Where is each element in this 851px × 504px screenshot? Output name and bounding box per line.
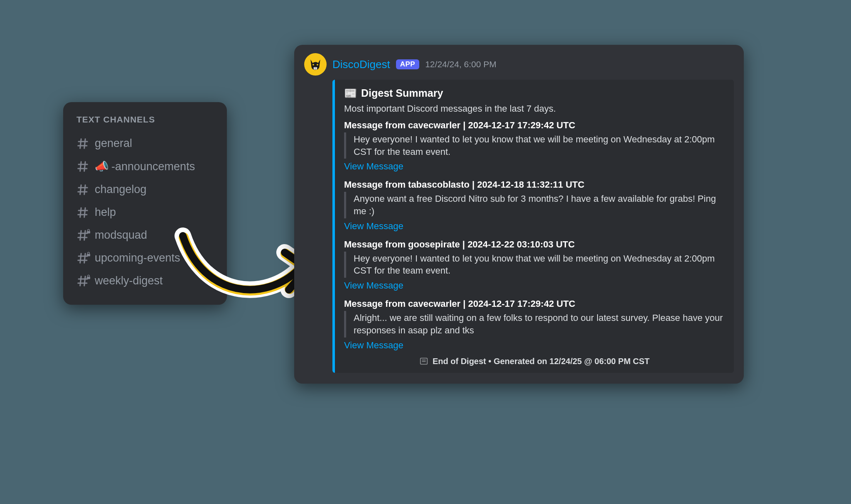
channel-list-panel: TEXT CHANNELS general 📣-announcements ch… [63, 102, 227, 305]
svg-point-5 [317, 64, 318, 66]
channel-name: weekly-digest [95, 274, 163, 287]
hash-icon [76, 160, 89, 173]
view-message-link[interactable]: View Message [344, 161, 725, 172]
cat-avatar-icon [307, 56, 324, 73]
digest-item-head: Message from goosepirate | 2024-12-22 03… [344, 239, 725, 250]
channel-item-changelog[interactable]: changelog [73, 178, 219, 201]
digest-item-head: Message from tabascoblasto | 2024-12-18 … [344, 179, 725, 190]
channel-item-modsquad[interactable]: modsquad [73, 224, 219, 247]
channel-name: upcoming-events [95, 252, 180, 264]
hash-icon [76, 137, 89, 150]
channel-item-upcomingevents[interactable]: upcoming-events [73, 247, 219, 269]
channel-item-weeklydigest[interactable]: weekly-digest [73, 269, 219, 292]
hash-lock-icon [76, 229, 89, 242]
svg-rect-2 [87, 276, 90, 279]
channel-name: modsquad [95, 229, 147, 242]
digest-item-head: Message from cavecwarler | 2024-12-17 17… [344, 120, 725, 131]
digest-item: Message from cavecwarler | 2024-12-17 17… [344, 298, 725, 350]
channel-name: 📣-announcements [95, 160, 195, 173]
channel-name: help [95, 206, 116, 219]
channel-item-announcements[interactable]: 📣-announcements [73, 155, 219, 178]
digest-items: Message from cavecwarler | 2024-12-17 17… [344, 120, 725, 351]
digest-item: Message from cavecwarler | 2024-12-17 17… [344, 120, 725, 172]
digest-item-body: Anyone want a free Discord Nitro sub for… [344, 192, 725, 218]
channel-item-general[interactable]: general [73, 132, 219, 155]
svg-rect-0 [87, 231, 90, 233]
embed-title: 📰 Digest Summary [344, 87, 725, 99]
digest-item-body: Alright... we are still waiting on a few… [344, 311, 725, 337]
digest-embed: 📰 Digest Summary Most important Discord … [332, 80, 734, 373]
app-badge: APP [396, 59, 419, 69]
bot-username[interactable]: DiscoDigest [332, 58, 390, 71]
newspaper-small-icon [419, 357, 428, 366]
message-timestamp: 12/24/24, 6:00 PM [425, 59, 497, 69]
megaphone-icon: 📣 [95, 160, 109, 173]
bot-avatar[interactable] [304, 53, 327, 76]
hash-lock-icon [76, 252, 89, 264]
message-header: DiscoDigest APP 12/24/24, 6:00 PM [304, 53, 734, 76]
embed-footer-text: End of Digest • Generated on 12/24/25 @ … [433, 357, 649, 366]
svg-point-4 [312, 64, 314, 66]
channel-item-help[interactable]: help [73, 201, 219, 224]
digest-item: Message from tabascoblasto | 2024-12-18 … [344, 179, 725, 231]
channel-list: general 📣-announcements changelog help m… [73, 132, 219, 292]
digest-item-body: Hey everyone! I wanted to let you know t… [344, 252, 725, 278]
channel-name: general [95, 137, 132, 150]
digest-item-head: Message from cavecwarler | 2024-12-17 17… [344, 298, 725, 309]
digest-item: Message from goosepirate | 2024-12-22 03… [344, 239, 725, 291]
hash-lock-icon [76, 275, 89, 287]
view-message-link[interactable]: View Message [344, 280, 725, 291]
channel-name: changelog [95, 183, 147, 196]
digest-message-panel: DiscoDigest APP 12/24/24, 6:00 PM 📰 Dige… [294, 45, 744, 384]
view-message-link[interactable]: View Message [344, 221, 725, 232]
embed-title-text: Digest Summary [361, 87, 443, 99]
embed-subtitle: Most important Discord messages in the l… [344, 103, 725, 114]
hash-icon [76, 183, 89, 196]
svg-rect-1 [87, 254, 90, 256]
newspaper-icon: 📰 [344, 87, 357, 99]
view-message-link[interactable]: View Message [344, 340, 725, 351]
hash-icon [76, 206, 89, 219]
digest-item-body: Hey everyone! I wanted to let you know t… [344, 132, 725, 159]
channel-list-header: TEXT CHANNELS [73, 115, 219, 125]
embed-footer: End of Digest • Generated on 12/24/25 @ … [344, 357, 725, 366]
